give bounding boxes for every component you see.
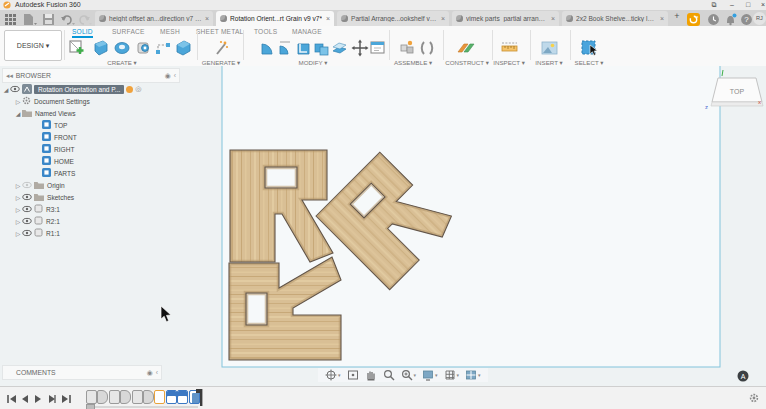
- browser-item-home[interactable]: HOME: [2, 155, 180, 167]
- browser-item-sketches[interactable]: ▷Sketches: [2, 191, 180, 203]
- document-tab[interactable]: 2x2 Book Shelve...ticky labels v6×: [562, 11, 668, 26]
- visibility-eye-icon[interactable]: [22, 217, 32, 226]
- expand-arrow-icon[interactable]: ▷: [14, 206, 22, 213]
- step-back-button[interactable]: [19, 391, 31, 403]
- timeline-zoom-handle[interactable]: [86, 404, 95, 409]
- offset-face-icon[interactable]: [330, 38, 350, 58]
- save-icon[interactable]: [42, 12, 56, 24]
- browser-item-front[interactable]: FRONT: [2, 131, 180, 143]
- box-icon[interactable]: [173, 38, 193, 58]
- shell-icon[interactable]: [294, 38, 314, 58]
- workspace-selector-button[interactable]: DESIGN ▾: [4, 30, 62, 61]
- browser-item-label[interactable]: Named Views: [35, 110, 76, 117]
- extrude-feature-1[interactable]: [97, 390, 108, 404]
- browser-item-r3-1[interactable]: ▷R3:1: [2, 203, 180, 215]
- browser-item-origin[interactable]: ▷Origin: [2, 179, 180, 191]
- sketch-feature-2[interactable]: [109, 390, 120, 404]
- display-settings-icon[interactable]: ▾: [422, 369, 438, 381]
- expand-arrow-icon[interactable]: ▷: [14, 98, 22, 105]
- close-tab-icon[interactable]: ×: [438, 15, 445, 22]
- expand-arrow-icon[interactable]: ▷: [14, 218, 22, 225]
- browser-item-label[interactable]: Sketches: [47, 194, 74, 201]
- toolbar-group-label-generate[interactable]: GENERATE ▾: [191, 59, 251, 66]
- assistant-badge[interactable]: A: [738, 371, 749, 382]
- toolbar-group-label-modify[interactable]: MODIFY ▾: [283, 59, 343, 66]
- press-pull-icon[interactable]: [258, 38, 278, 58]
- combine-icon[interactable]: [312, 38, 332, 58]
- expand-arrow-icon[interactable]: ◢: [14, 110, 22, 117]
- browser-item-right[interactable]: RIGHT: [2, 143, 180, 155]
- close-tab-icon[interactable]: ×: [548, 15, 555, 22]
- job-status-icon[interactable]: [687, 12, 700, 25]
- browser-item-label[interactable]: PARTS: [54, 170, 75, 177]
- notifications-bell-icon[interactable]: [724, 12, 737, 25]
- workspace-tab-solid[interactable]: SOLID: [72, 28, 93, 38]
- browser-item-label[interactable]: FRONT: [54, 134, 77, 141]
- minimize-button[interactable]: –: [726, 1, 738, 9]
- expand-arrow-icon[interactable]: ◢: [2, 86, 10, 93]
- grid-and-snaps-icon[interactable]: ▾: [444, 369, 460, 381]
- data-panel-grid-icon[interactable]: [4, 12, 18, 24]
- document-tab-active[interactable]: Rotation Orient...rt Grain v9 v7*×: [216, 11, 334, 26]
- help-icon[interactable]: ?: [740, 12, 753, 25]
- workspace-tab-manage[interactable]: MANAGE: [292, 28, 322, 35]
- visibility-eye-icon[interactable]: [22, 205, 32, 214]
- browser-item-label[interactable]: HOME: [54, 158, 74, 165]
- workspace-tab-surface[interactable]: SURFACE: [112, 28, 145, 35]
- browser-panel-header[interactable]: ◂◂ BROWSER ◉ ‹: [2, 68, 180, 83]
- browser-item-label[interactable]: TOP: [54, 122, 67, 129]
- play-button[interactable]: [32, 391, 44, 403]
- root-component-label[interactable]: Rotation Orientation and P...: [34, 85, 124, 94]
- go-to-start-button[interactable]: [6, 391, 18, 403]
- browser-root-component[interactable]: ◢Rotation Orientation and P...◎: [2, 83, 180, 95]
- browser-item-top[interactable]: TOP: [2, 119, 180, 131]
- new-component-icon[interactable]: [398, 38, 418, 58]
- pipe-icon[interactable]: [154, 38, 174, 58]
- comments-flyout-icon[interactable]: ‹: [156, 369, 158, 376]
- update-badge-icon[interactable]: [126, 86, 133, 93]
- timeline-zoom-track[interactable]: [86, 406, 198, 408]
- history-clock-icon[interactable]: [707, 12, 720, 25]
- select-cursor-icon[interactable]: [580, 38, 600, 58]
- settings-gear-icon[interactable]: [748, 392, 760, 404]
- revolve-icon[interactable]: [112, 38, 132, 58]
- comments-options-icon[interactable]: ◉: [147, 369, 153, 377]
- joint-icon[interactable]: [418, 38, 438, 58]
- close-tab-icon[interactable]: ×: [323, 15, 330, 22]
- browser-item-r2-1[interactable]: ▷R2:1: [2, 215, 180, 227]
- browser-item-label[interactable]: R2:1: [46, 218, 60, 225]
- component-options-icon[interactable]: ◎: [135, 85, 141, 93]
- new-tab-button[interactable]: +: [671, 11, 683, 24]
- file-icon[interactable]: [22, 12, 36, 24]
- generate-wand-icon[interactable]: [212, 38, 232, 58]
- align-feature-2[interactable]: [177, 390, 188, 404]
- fit-icon[interactable]: ▾: [401, 369, 417, 381]
- visibility-eye-icon[interactable]: [22, 193, 32, 202]
- viewports-icon[interactable]: ▾: [465, 369, 481, 381]
- fillet-icon[interactable]: [276, 38, 296, 58]
- extrude-icon[interactable]: [90, 38, 110, 58]
- orbit-icon[interactable]: ▾: [325, 369, 341, 381]
- panel-flyout-icon[interactable]: ‹: [174, 72, 176, 79]
- redo-icon[interactable]: [77, 12, 91, 24]
- toolbar-group-label-create[interactable]: CREATE ▾: [92, 59, 152, 66]
- align-feature-1[interactable]: [166, 390, 177, 404]
- maximize-button[interactable]: □: [742, 1, 754, 9]
- go-to-end-button[interactable]: [60, 391, 72, 403]
- visibility-eye-icon[interactable]: [22, 181, 32, 190]
- step-forward-button[interactable]: [46, 391, 58, 403]
- insert-image-icon[interactable]: [540, 38, 560, 58]
- panel-options-icon[interactable]: ◉: [165, 72, 171, 80]
- measure-icon[interactable]: [500, 38, 520, 58]
- change-parameters-icon[interactable]: [368, 38, 388, 58]
- toolbar-group-label-assemble[interactable]: ASSEMBLE ▾: [383, 59, 443, 66]
- expand-arrow-icon[interactable]: ▷: [14, 230, 22, 237]
- document-tab[interactable]: vimek parts_partial arrange v5×: [452, 11, 559, 26]
- close-tab-icon[interactable]: ×: [657, 15, 664, 22]
- browser-item-r1-1[interactable]: ▷R1:1: [2, 227, 180, 239]
- workspace-tab-sheet-metal[interactable]: SHEET METAL: [196, 28, 243, 35]
- expand-arrow-icon[interactable]: ▷: [14, 194, 22, 201]
- visibility-eye-icon[interactable]: [10, 85, 20, 94]
- browser-item-label[interactable]: Document Settings: [34, 98, 90, 105]
- create-sketch-icon[interactable]: [68, 38, 88, 58]
